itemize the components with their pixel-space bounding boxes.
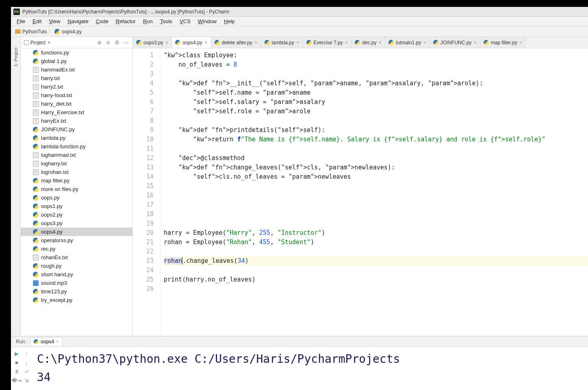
collapse-icon[interactable]: ≑ bbox=[105, 39, 111, 46]
menu-file[interactable]: File bbox=[13, 17, 28, 25]
breadcrumb-project[interactable]: PythonTuts bbox=[15, 29, 47, 35]
close-icon[interactable]: × bbox=[56, 339, 59, 344]
code-line[interactable]: "kw">return f"The Name is {f">self.name}… bbox=[164, 135, 588, 144]
menu-vcs[interactable]: VCS bbox=[176, 17, 194, 25]
code-line[interactable] bbox=[164, 210, 588, 219]
file-item[interactable]: harryEx.txt bbox=[21, 117, 132, 125]
down-button[interactable]: ↓ bbox=[22, 358, 30, 366]
code-line[interactable] bbox=[164, 219, 588, 228]
code-line[interactable] bbox=[164, 200, 588, 210]
file-item[interactable]: operatorss.py bbox=[21, 236, 132, 245]
file-item[interactable]: logharry.txt bbox=[21, 159, 132, 168]
code-line[interactable]: "kw">class Employee: bbox=[164, 51, 588, 60]
file-item[interactable]: lambda.py bbox=[21, 134, 132, 142]
project-tool-tab[interactable]: 1: Project bbox=[13, 45, 19, 69]
code-content[interactable]: "kw">class Employee: no_of_leaves = 8 "k… bbox=[161, 48, 588, 336]
locate-icon[interactable]: ⊕ bbox=[96, 39, 102, 46]
file-item[interactable]: short hand.py bbox=[21, 270, 132, 279]
sidebar-title[interactable]: Project ▼ bbox=[24, 40, 93, 46]
editor-tab[interactable]: Exercise 7.py× bbox=[303, 37, 352, 48]
code-line[interactable] bbox=[164, 144, 588, 154]
file-item[interactable]: functions.py bbox=[21, 48, 132, 57]
hide-icon[interactable]: — bbox=[123, 39, 129, 46]
file-item[interactable]: more on files.py bbox=[21, 185, 132, 193]
menu-window[interactable]: Window bbox=[195, 17, 220, 25]
editor-tab[interactable]: dec.py× bbox=[351, 37, 385, 48]
code-line[interactable]: "self">self.role = "param">arole bbox=[164, 107, 588, 116]
close-icon[interactable]: × bbox=[519, 39, 523, 46]
menu-view[interactable]: View bbox=[46, 17, 63, 25]
menu-edit[interactable]: Edit bbox=[29, 17, 45, 25]
code-line[interactable] bbox=[164, 182, 588, 191]
code-line[interactable] bbox=[164, 69, 588, 79]
menu-navigate[interactable]: Navigate bbox=[64, 17, 91, 25]
menu-refactor[interactable]: Refactor bbox=[113, 17, 139, 25]
editor-tab[interactable]: map filter.py× bbox=[480, 37, 526, 48]
close-icon[interactable]: × bbox=[165, 39, 169, 46]
close-icon[interactable]: × bbox=[204, 39, 208, 46]
code-line[interactable]: harry = Employee("Harry", 255, "Instruct… bbox=[164, 228, 588, 238]
file-item[interactable]: loghammad.txt bbox=[21, 151, 132, 159]
file-item[interactable]: oops.py bbox=[21, 193, 132, 202]
close-icon[interactable]: × bbox=[254, 39, 258, 46]
code-line[interactable]: "kw">def "fn">__init__("self">self, "par… bbox=[164, 79, 588, 88]
file-item[interactable]: lambda-function.py bbox=[21, 142, 132, 151]
file-item[interactable]: oops3.py bbox=[21, 219, 132, 228]
code-line[interactable]: no_of_leaves = 8 bbox=[164, 60, 588, 69]
code-line[interactable]: "kw">def "fn">change_leaves("self">cls, … bbox=[164, 163, 588, 172]
file-item[interactable]: oops2.py bbox=[21, 210, 132, 219]
file-item[interactable]: rec.py bbox=[21, 245, 132, 253]
code-line[interactable]: print(harry.no_of_leaves) bbox=[164, 275, 588, 284]
file-item[interactable]: hammadEx.txt bbox=[21, 65, 132, 74]
code-editor[interactable]: 1234567891011121314151617181920212223242… bbox=[133, 48, 588, 336]
scroll-end-button[interactable]: ⇲ bbox=[22, 376, 30, 384]
file-item[interactable]: oops4.py bbox=[21, 228, 132, 236]
file-item[interactable]: try_except.py bbox=[21, 296, 132, 304]
code-line[interactable]: rohan = Employee("Rohan", 455, "Student"… bbox=[164, 238, 588, 247]
editor-tab[interactable]: tutmain1.py× bbox=[385, 37, 430, 48]
menu-help[interactable]: Help bbox=[221, 17, 238, 25]
rerun-button[interactable]: ▶ bbox=[13, 349, 21, 358]
menu-run[interactable]: Run bbox=[140, 17, 156, 25]
code-line[interactable] bbox=[164, 266, 588, 275]
file-item[interactable]: time123.py bbox=[21, 287, 132, 296]
editor-tab[interactable]: lambda.py× bbox=[261, 37, 303, 48]
stop-button[interactable]: ■ bbox=[13, 358, 21, 366]
file-item[interactable]: harry_diet.txt bbox=[21, 100, 132, 108]
exit-button[interactable]: �⇥ bbox=[13, 376, 21, 384]
editor-tab[interactable]: oops4.py× bbox=[172, 37, 211, 48]
code-line[interactable] bbox=[164, 247, 588, 256]
code-line[interactable]: "kw">def "fn">printdetails("self">self): bbox=[164, 126, 588, 135]
menu-code[interactable]: Code bbox=[93, 17, 112, 25]
code-line[interactable]: "self">cls.no_of_leaves = "param">newlea… bbox=[164, 172, 588, 182]
close-icon[interactable]: × bbox=[345, 39, 348, 46]
file-item[interactable]: global 1.py bbox=[21, 57, 132, 65]
editor-tab[interactable]: JOINFUNC.py× bbox=[430, 37, 480, 48]
editor-tab[interactable]: oops3.py× bbox=[133, 37, 172, 48]
gear-icon[interactable]: ⚙ bbox=[114, 39, 120, 46]
file-item[interactable]: harry.txt bbox=[21, 74, 132, 82]
breadcrumb-file[interactable]: oops4.py bbox=[54, 29, 82, 35]
file-item[interactable]: sound.mp3 bbox=[21, 279, 132, 287]
file-item[interactable]: map filter.py bbox=[21, 176, 132, 185]
file-item[interactable]: logrohan.txt bbox=[21, 168, 132, 176]
close-icon[interactable]: × bbox=[473, 39, 477, 46]
close-icon[interactable]: × bbox=[423, 39, 426, 46]
pause-button[interactable]: ⏸ bbox=[13, 367, 21, 375]
file-item[interactable]: rough.py bbox=[21, 262, 132, 270]
editor-tab[interactable]: delete after.py× bbox=[211, 37, 261, 48]
code-line[interactable] bbox=[164, 116, 588, 126]
file-item[interactable]: Harry_Exercise.txt bbox=[21, 108, 132, 117]
soft-wrap-button[interactable]: ⤶ bbox=[22, 367, 30, 375]
run-output[interactable]: C:\Python37\python.exe C:/Users/Haris/Py… bbox=[32, 347, 588, 390]
code-line[interactable] bbox=[164, 284, 588, 294]
close-icon[interactable]: × bbox=[296, 39, 299, 46]
file-item[interactable]: JOINFUNC.py bbox=[21, 125, 132, 134]
file-item[interactable]: oops1.py bbox=[21, 202, 132, 210]
file-item[interactable]: harry2.txt bbox=[21, 82, 132, 91]
close-icon[interactable]: × bbox=[379, 39, 382, 46]
code-line[interactable] bbox=[164, 191, 588, 200]
code-line[interactable]: rohan.change_leaves(34) bbox=[164, 256, 588, 266]
menu-tools[interactable]: Tools bbox=[157, 17, 176, 25]
up-button[interactable]: ↑ bbox=[22, 349, 30, 358]
